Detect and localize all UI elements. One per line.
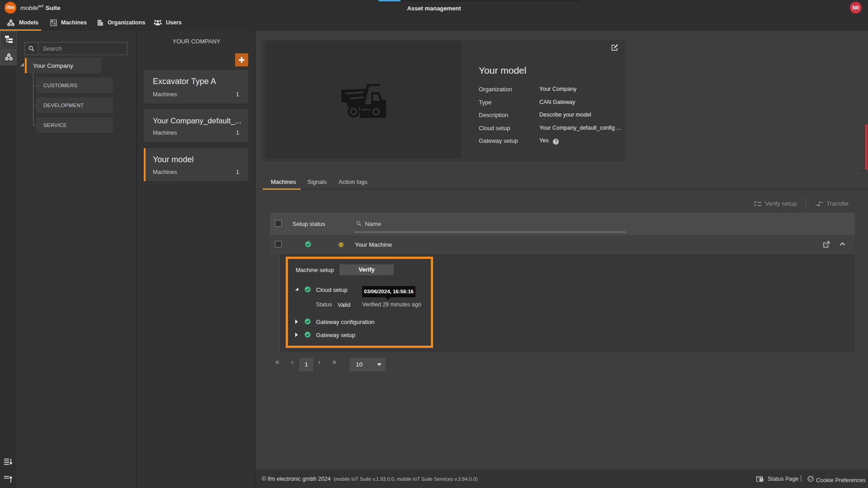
svg-text:i: i (761, 478, 762, 482)
